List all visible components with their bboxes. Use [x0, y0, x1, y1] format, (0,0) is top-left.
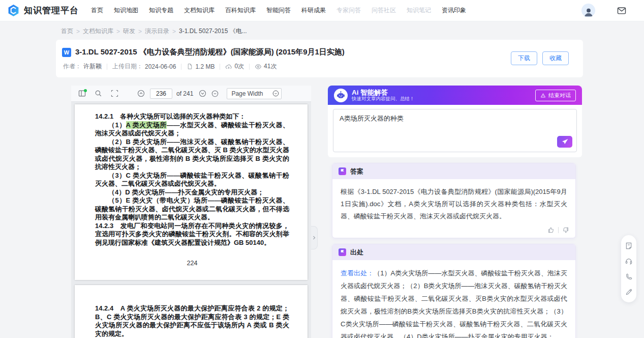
zoom-mode-select[interactable]: Page Width	[227, 88, 282, 99]
pencil-edit-icon[interactable]	[621, 284, 636, 299]
answer-flag-icon	[339, 167, 346, 175]
ai-panel-header: Ai 智能解答 快速对文章内容提问、总结！ 结束对话	[328, 86, 582, 105]
nav-item-wiki-library[interactable]: 百科知识库	[225, 6, 256, 15]
document-page: 14.2.4 A 类火灾场所灭火器的最大保护距离应符合表 2 的规定；B、C 类…	[75, 285, 308, 338]
nav-item-smart-qa[interactable]: 智能问答	[266, 6, 291, 15]
page-number: 224	[95, 259, 289, 268]
thumbs-up-icon[interactable]	[547, 227, 555, 234]
author-label: 作者：	[63, 62, 81, 71]
ai-header-text: Ai 智能解答 快速对文章内容提问、总结！	[352, 89, 415, 102]
page-total-label: of 241	[176, 90, 193, 97]
floating-toolbar	[621, 235, 636, 302]
source-card-header: 出处	[332, 244, 575, 260]
breadcrumb: 首页 > 文档知识库 > 研发 > 演示目录 > 3-1.DL 5027-201…	[61, 27, 247, 36]
screen: 知识管理平台 首页 知识地图 知识专题 文档知识库 百科知识库 智能问答 科研成…	[0, 0, 644, 338]
ai-panel-subtitle: 快速对文章内容提问、总结！	[352, 96, 415, 102]
nav-item-expert-qa[interactable]: 专家问答	[336, 6, 361, 15]
answer-header-label: 答案	[350, 167, 363, 176]
warning-triangle-icon	[540, 93, 546, 98]
panel-collapse-handle[interactable]	[311, 226, 318, 249]
page-number-input[interactable]	[150, 89, 172, 99]
notification-dot	[84, 89, 87, 92]
next-page-icon[interactable]	[197, 87, 207, 100]
document-paragraph: （1）A 类火灾场所——水型灭火器、磷酸铵盐干粉灭火器、泡沫灭火器或卤代烷灭火器…	[95, 121, 289, 138]
navbar-right	[581, 4, 644, 17]
title-row: W 3-1.DL 5027-2015 《电力设备典型消防规程》(国家能源局) (…	[62, 47, 573, 57]
meta-divider	[107, 64, 107, 70]
document-paragraph: （5）E 类火灾（带电火灾）场所——磷酸铵盐干粉灭火器、碳酸氢钠干粉灭火器、卤代…	[95, 196, 289, 222]
download-count-icon	[225, 63, 232, 70]
word-doc-icon: W	[62, 48, 71, 57]
chevron-down-icon	[272, 90, 280, 97]
mail-icon[interactable]	[617, 6, 627, 16]
headset-support-icon[interactable]	[621, 254, 636, 269]
nav-item-qa-community[interactable]: 问答社区	[372, 6, 396, 15]
nav-item-knowledge-map[interactable]: 知识地图	[114, 6, 138, 15]
answer-card-header: 答案	[332, 163, 575, 179]
viewer-toolbar: of 241 Page Width	[71, 86, 311, 102]
question-text: A类场所灭火器的种类	[333, 109, 576, 128]
view-count: 41次	[255, 62, 277, 71]
nav-item-notes[interactable]: 知识笔记	[407, 6, 431, 15]
phone-icon[interactable]	[621, 269, 636, 284]
document-pages: 14.2.1 各种火灾场所可以选择的灭火器种类如下：（1）A 类火灾场所——水型…	[71, 102, 311, 338]
nav-item-doc-library[interactable]: 文档知识库	[184, 6, 214, 15]
document-paragraph: （2）B 类火灾场所——泡沫灭火器、碳酸氢钠干粉灭火器、磷酸铵盐干粉灭火器、二氧…	[95, 138, 289, 172]
zoom-mode-value: Page Width	[231, 90, 263, 97]
nav-item-research[interactable]: 科研成果	[301, 6, 326, 15]
document-page-content: 14.2.1 各种火灾场所可以选择的灭火器种类如下：（1）A 类火灾场所——水型…	[75, 104, 308, 268]
zoom-out-icon[interactable]	[210, 87, 220, 100]
brand-logo-icon	[7, 4, 20, 17]
main-nav: 首页 知识地图 知识专题 文档知识库 百科知识库 智能问答 科研成果 专家问答 …	[91, 6, 466, 15]
breadcrumb-separator: >	[116, 28, 120, 35]
document-paragraph: 14.2.4 A 类火灾场所灭火器的最大保护距离应符合表 2 的规定；B、C 类…	[95, 304, 289, 338]
fit-screen-icon[interactable]	[108, 87, 121, 100]
answer-text: 根据《3-1.DL 5027-2015《电力设备典型消防规程》(国家能源局)(2…	[332, 179, 575, 226]
previous-page-icon[interactable]	[134, 87, 147, 100]
thumbnails-panel-icon[interactable]	[75, 87, 88, 100]
file-icon	[187, 63, 193, 70]
views-eye-icon	[255, 63, 262, 70]
source-item: 查看出处：（1）A类火灾场所——水型灭火器、磷酸铵盐干粉灭火器、泡沫灭火器或卤代…	[341, 267, 567, 338]
download-button[interactable]: 下载	[511, 51, 537, 65]
nav-item-news[interactable]: 资讯印象	[442, 6, 466, 15]
user-avatar[interactable]	[581, 4, 595, 17]
ai-panel-title: Ai 智能解答	[352, 89, 415, 97]
question-area: A类场所灭火器的种类	[328, 105, 582, 157]
document-paragraph: （3）C 类火灾场所——磷酸铵盐干粉灭火器、碳酸氢钠干粉灭火器、二氧化碳灭火器或…	[95, 172, 289, 188]
pdf-viewer: of 241 Page Width	[71, 86, 311, 338]
breadcrumb-doc-library[interactable]: 文档知识库	[83, 27, 113, 36]
title-actions: 下载 收藏	[511, 51, 569, 65]
search-highlight: A 类火灾场所	[126, 121, 167, 129]
person-icon	[583, 6, 594, 17]
paper-plane-icon	[562, 138, 568, 145]
robot-icon	[334, 89, 348, 102]
nav-item-knowledge-topics[interactable]: 知识专题	[149, 6, 173, 15]
ai-answer-panel: Ai 智能解答 快速对文章内容提问、总结！ 结束对话 A类场所灭火器的种类	[328, 86, 582, 338]
favorite-button[interactable]: 收藏	[542, 51, 569, 65]
source-body: 查看出处：（1）A类火灾场所——水型灭火器、磷酸铵盐干粉灭火器、泡沫灭火器或卤代…	[332, 260, 575, 338]
document-page: 14.2.1 各种火灾场所可以选择的灭火器种类如下：（1）A 类火灾场所——水型…	[75, 104, 308, 280]
thumbs-down-icon[interactable]	[562, 227, 569, 234]
breadcrumb-separator: >	[76, 28, 80, 35]
file-size: 1.2 MB	[187, 63, 214, 70]
source-header-label: 出处	[350, 248, 363, 257]
document-meta: 作者： 许新颖 上传日期： 2024-06-06 1.2 MB 0次	[63, 62, 573, 71]
breadcrumb-demo-dir[interactable]: 演示目录	[145, 27, 169, 36]
feedback-note-icon[interactable]	[621, 238, 636, 254]
send-button[interactable]	[557, 136, 572, 148]
brand[interactable]: 知识管理平台	[7, 4, 79, 17]
end-chat-button[interactable]: 结束对话	[535, 90, 576, 101]
meta-divider	[181, 64, 181, 70]
search-icon[interactable]	[91, 87, 105, 100]
feedback-divider	[558, 227, 559, 233]
question-input[interactable]: A类场所灭火器的种类	[333, 109, 577, 152]
breadcrumb-separator: >	[138, 28, 142, 35]
breadcrumb-rd[interactable]: 研发	[123, 27, 135, 36]
document-header-card: W 3-1.DL 5027-2015 《电力设备典型消防规程》(国家能源局) (…	[56, 40, 583, 77]
document-paragraph: （4）D 类火灾场所——扑灭金属火灾的专用灭火器；	[95, 188, 289, 197]
breadcrumb-home[interactable]: 首页	[61, 27, 73, 36]
document-title: 3-1.DL 5027-2015 《电力设备典型消防规程》(国家能源局) (20…	[75, 47, 345, 57]
nav-item-home[interactable]: 首页	[91, 6, 103, 15]
view-source-link[interactable]: 查看出处：	[341, 269, 374, 277]
